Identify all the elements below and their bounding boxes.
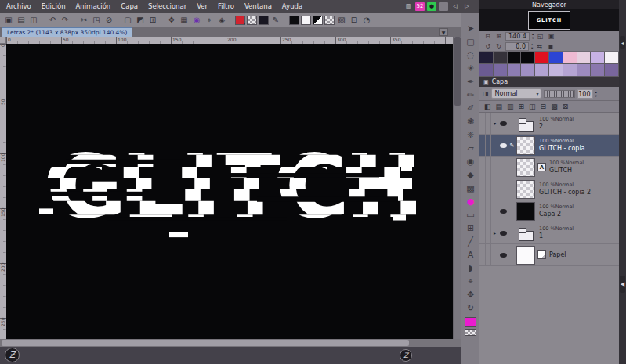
navigator-thumbnail[interactable]: GLITCH: [528, 11, 570, 30]
pen-tool[interactable]: ✒: [461, 75, 479, 88]
layer-panel-header[interactable]: ▣ Capa: [479, 77, 619, 87]
collapse-panel-button[interactable]: ◂: [620, 36, 625, 49]
separator[interactable]: ▾: [72, 14, 77, 26]
timelapse-icon[interactable]: ◔ ▾: [361, 14, 372, 26]
palette-color-icon[interactable]: ◧: [484, 103, 491, 110]
tone-icon[interactable]: ▧ ▾: [336, 14, 347, 26]
visibility-toggle[interactable]: [498, 165, 508, 170]
layer-name[interactable]: 1: [539, 232, 574, 240]
delete-layer-icon[interactable]: ⊠: [563, 103, 569, 110]
edit-line-icon[interactable]: ✎ ▾: [270, 14, 281, 26]
separator[interactable]: ▾: [229, 14, 233, 26]
screen-settings-icon[interactable]: ▥: [403, 2, 413, 11]
separator[interactable]: ▾: [116, 14, 121, 26]
expand-chevron-icon[interactable]: ▾: [491, 121, 498, 126]
zoom-fit-icon[interactable]: ▣: [547, 33, 555, 40]
color-swatch[interactable]: [563, 52, 577, 64]
layer-thumbnail[interactable]: [516, 202, 535, 221]
layer-check-cell[interactable]: [486, 200, 491, 222]
zoom-stepper[interactable]: [532, 32, 534, 40]
layer-check-cell[interactable]: [480, 157, 486, 178]
gradient-tool[interactable]: ▩: [461, 182, 479, 195]
layer-check-cell[interactable]: [480, 244, 486, 266]
color-swatch[interactable]: [508, 64, 522, 77]
flip-icon[interactable]: ⇆: [535, 43, 544, 50]
clear-icon[interactable]: ⊘ ▾: [103, 14, 114, 26]
opacity-value[interactable]: 100: [577, 89, 593, 99]
transparent-color-chip[interactable]: [465, 329, 476, 336]
rotate-icon[interactable]: ↺: [483, 43, 492, 50]
redo-icon[interactable]: ↷ ▾: [60, 14, 71, 26]
layer-row[interactable]: ▾ ✎ 100 %Normal 2: [479, 113, 619, 135]
gray-chip[interactable]: [439, 2, 448, 11]
menu-item[interactable]: Ayuda: [282, 2, 302, 10]
color-swatch[interactable]: [535, 64, 549, 77]
airbrush-tool[interactable]: ❃: [461, 115, 479, 128]
open-icon[interactable]: ▤ ▾: [16, 14, 27, 26]
color-swatch[interactable]: [494, 52, 508, 64]
line-color-chip[interactable]: ▾: [235, 16, 245, 25]
clip-studio-paint-icon[interactable]: Ƶ: [400, 349, 412, 362]
layer-name[interactable]: Papel: [549, 251, 566, 259]
layer-row[interactable]: ✎ A 100 %Normal GLITCH: [479, 157, 619, 178]
layer-check-cell[interactable]: [480, 222, 486, 244]
opacity-slider[interactable]: [544, 90, 575, 98]
layer-thumbnail[interactable]: [516, 224, 535, 243]
auto-select-tool[interactable]: ✳: [461, 62, 479, 75]
main-color-chip[interactable]: [465, 317, 476, 327]
transparent-color-chip[interactable]: ▾: [324, 16, 335, 25]
menu-item[interactable]: Capa: [121, 2, 138, 10]
layer-row[interactable]: ✎ 100 %Normal Capa 2: [479, 200, 619, 222]
layer-thumbnail[interactable]: [516, 158, 535, 177]
combine-layer-icon[interactable]: ⊟: [541, 103, 547, 110]
layer-check-cell[interactable]: [480, 113, 486, 135]
menu-item[interactable]: Filtro: [218, 2, 234, 10]
layer-thumbnail[interactable]: [516, 114, 535, 133]
visibility-toggle[interactable]: [498, 209, 508, 214]
zoom-icon[interactable]: ⊟: [483, 33, 492, 40]
green-chip[interactable]: ●: [427, 2, 436, 11]
layer-check-cell[interactable]: [486, 244, 491, 266]
snap-icon[interactable]: ⌖ ▾: [204, 14, 215, 26]
zoom-icon[interactable]: ⊞: [494, 33, 503, 40]
layer-check-cell[interactable]: [486, 178, 491, 200]
clip-studio-logo[interactable]: Ƶ: [5, 348, 20, 362]
layer-mask-icon[interactable]: ▩: [551, 103, 558, 110]
menu-item[interactable]: Animación: [76, 2, 111, 10]
separator[interactable]: ▾: [160, 14, 165, 26]
sub-view-icon[interactable]: ◉ ▾: [191, 14, 202, 26]
new-doc-icon[interactable]: ▣ ▾: [3, 14, 14, 26]
rotate-stepper[interactable]: [531, 42, 533, 50]
correction-tool[interactable]: ⌖: [461, 275, 479, 288]
layer-row[interactable]: ▸ ✎ 100 %Normal 1: [479, 222, 619, 244]
document-tab[interactable]: Letras 2* (1143 x 838px 350dpi 140.4%): [2, 27, 132, 37]
layer-row[interactable]: ✎ 100 %Normal GLITCH - copia 2: [479, 178, 619, 200]
expand-panel-button[interactable]: ◀: [620, 276, 625, 293]
separator[interactable]: ▾: [283, 14, 288, 26]
deselect-icon[interactable]: ▢ ▾: [122, 14, 133, 26]
flip-icon[interactable]: ▣: [546, 43, 555, 50]
next-frame-icon[interactable]: ▷: [462, 2, 472, 11]
menu-item[interactable]: Edición: [42, 2, 66, 10]
marquee-tool[interactable]: ▢: [461, 35, 479, 49]
layer-check-cell[interactable]: [486, 135, 491, 157]
color-swatch[interactable]: [591, 64, 605, 77]
menu-item[interactable]: Ventana: [244, 2, 272, 10]
transfer-layer-icon[interactable]: ◫: [529, 103, 536, 110]
copy-icon[interactable]: ◳ ▾: [91, 14, 102, 26]
color-swatch[interactable]: [563, 64, 577, 77]
canvas[interactable]: GLITCH GLITCH GLITCH GLITCH GLITCH GLITC…: [6, 44, 453, 339]
current-color-indicator[interactable]: ●: [461, 195, 479, 208]
menu-item[interactable]: Archivo: [6, 2, 31, 10]
color-swatch[interactable]: [479, 64, 494, 77]
menu-item[interactable]: Seleccionar: [148, 2, 186, 10]
balloon-tool[interactable]: ◗: [461, 261, 479, 275]
eraser-tool[interactable]: ▱: [461, 142, 479, 155]
magenta-chip[interactable]: 52: [415, 2, 425, 11]
menu-item[interactable]: Ver: [197, 2, 208, 10]
opacity-stepper[interactable]: [595, 90, 597, 98]
text-tool[interactable]: A: [461, 248, 479, 261]
brush-tool[interactable]: ✐: [461, 102, 479, 115]
color-swatch[interactable]: [577, 52, 592, 64]
vertical-scrollbar[interactable]: [453, 37, 461, 339]
